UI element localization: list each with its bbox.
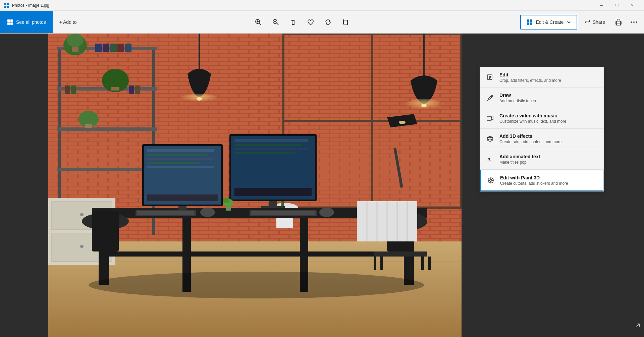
menu-item-paint-3d[interactable]: Edit with Paint 3D Create cutouts, add s… [480, 170, 603, 191]
svg-rect-113 [251, 211, 315, 215]
zoom-in-button[interactable] [250, 14, 266, 30]
edit-icon [485, 73, 495, 82]
3d-effects-text: Add 3D effects Create rain, add confetti… [499, 133, 598, 144]
svg-point-134 [89, 272, 424, 298]
toolbar: See all photos + Add to [0, 11, 644, 34]
add-to-label: + Add to [59, 19, 77, 25]
chevron-down-icon [567, 20, 571, 24]
svg-rect-56 [85, 124, 92, 128]
main-content: Edit Crop, add filters, effects, and mor… [0, 34, 644, 337]
svg-rect-5 [10, 19, 13, 22]
edit-title: Edit [499, 72, 598, 77]
delete-button[interactable] [285, 14, 301, 30]
more-icon [630, 21, 638, 23]
office-scene-svg [48, 34, 462, 337]
svg-rect-20 [616, 23, 621, 25]
draw-desc: Add an artistic touch [499, 99, 598, 103]
svg-rect-95 [147, 158, 214, 160]
expand-icon [632, 323, 640, 331]
svg-rect-21 [617, 19, 620, 21]
svg-point-143 [490, 179, 492, 181]
svg-point-23 [633, 21, 635, 23]
svg-rect-111 [137, 211, 194, 215]
svg-point-51 [67, 34, 84, 47]
svg-rect-19 [530, 22, 532, 25]
svg-rect-16 [527, 19, 529, 22]
menu-item-draw[interactable]: Draw Add an artistic touch [480, 88, 603, 108]
effects-3d-icon [485, 134, 495, 144]
svg-rect-44 [152, 47, 155, 235]
minimize-button[interactable]: — [594, 0, 609, 11]
svg-rect-125 [428, 257, 431, 270]
svg-rect-15 [343, 20, 347, 24]
svg-rect-64 [129, 86, 134, 94]
svg-rect-124 [421, 257, 424, 270]
close-button[interactable]: ✕ [625, 0, 640, 11]
svg-rect-58 [103, 44, 109, 52]
svg-rect-127 [92, 211, 119, 251]
see-all-label: See all photos [16, 19, 46, 25]
share-button[interactable]: Share [579, 15, 610, 30]
svg-rect-98 [147, 194, 218, 201]
paint-3d-desc: Create cutouts, add stickers and more [500, 181, 597, 186]
svg-rect-136 [487, 75, 492, 79]
svg-rect-61 [125, 44, 131, 52]
svg-rect-4 [7, 19, 10, 22]
svg-point-79 [404, 99, 444, 112]
svg-rect-93 [147, 149, 214, 152]
svg-point-118 [223, 198, 229, 203]
svg-rect-97 [147, 166, 214, 168]
svg-rect-99 [178, 206, 186, 210]
svg-rect-123 [380, 257, 383, 270]
svg-rect-60 [117, 44, 124, 52]
svg-rect-103 [234, 139, 308, 142]
paint-3d-title: Edit with Paint 3D [500, 175, 597, 180]
rotate-button[interactable] [320, 14, 336, 30]
print-icon [615, 18, 622, 26]
animated-text-title: Add animated text [499, 154, 598, 159]
svg-rect-52 [72, 47, 78, 52]
svg-rect-7 [10, 22, 13, 25]
print-button[interactable] [611, 15, 626, 30]
crop-button[interactable] [337, 14, 354, 30]
favorite-button[interactable] [303, 14, 319, 30]
svg-rect-90 [109, 251, 404, 257]
toolbar-left: See all photos + Add to [0, 11, 84, 33]
menu-item-create-video[interactable]: Create a video with music Customize with… [480, 108, 603, 128]
svg-rect-96 [147, 162, 201, 164]
create-video-text: Create a video with music Customize with… [499, 113, 598, 124]
create-video-title: Create a video with music [499, 113, 598, 118]
svg-rect-2 [4, 6, 6, 8]
share-label: Share [593, 19, 605, 25]
svg-rect-0 [4, 3, 6, 5]
svg-rect-1 [7, 3, 9, 5]
svg-line-13 [276, 23, 278, 25]
svg-rect-3 [7, 6, 9, 8]
edit-create-button[interactable]: Edit & Create [520, 15, 577, 30]
menu-item-3d-effects[interactable]: Add 3D effects Create rain, add confetti… [480, 129, 603, 149]
more-button[interactable] [627, 15, 641, 30]
svg-line-9 [259, 23, 261, 25]
svg-rect-62 [65, 86, 70, 94]
svg-point-115 [319, 208, 334, 217]
menu-item-edit[interactable]: Edit Crop, add filters, effects, and mor… [480, 67, 603, 88]
animated-text-text: Add animated text Make titles pop [499, 154, 598, 165]
edit-create-dropdown: Edit Crop, add filters, effects, and mor… [480, 67, 604, 191]
expand-button[interactable] [632, 323, 640, 333]
svg-point-70 [80, 245, 84, 248]
edit-create-label: Edit & Create [536, 19, 564, 25]
maximize-button[interactable]: ❐ [609, 0, 625, 11]
svg-rect-109 [261, 206, 285, 208]
add-to-button[interactable]: + Add to [53, 11, 84, 33]
svg-rect-63 [71, 86, 76, 94]
svg-rect-104 [234, 144, 302, 146]
svg-rect-94 [147, 154, 208, 156]
zoom-out-button[interactable] [268, 14, 284, 30]
create-video-desc: Customize with music, text, and more [499, 119, 598, 124]
see-all-photos-button[interactable]: See all photos [0, 11, 53, 33]
menu-item-animated-text[interactable]: A Add animated text Make titles pop [480, 149, 603, 169]
svg-rect-47 [57, 127, 157, 131]
toolbar-right: Edit & Create Share [520, 11, 644, 33]
svg-point-22 [631, 21, 632, 23]
app-icon [4, 3, 9, 8]
